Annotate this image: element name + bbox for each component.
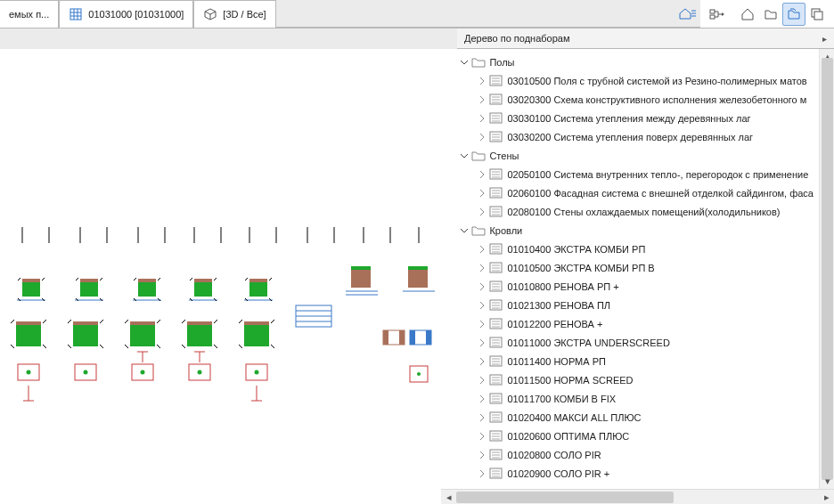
chevron-right-icon[interactable] — [477, 356, 487, 367]
tree-item[interactable]: 03010500 Поля с трубной системой из Рези… — [441, 71, 819, 90]
document-icon — [489, 262, 503, 274]
view-house-button[interactable] — [736, 3, 759, 26]
svg-rect-48 — [408, 270, 428, 288]
view-folder-button[interactable] — [759, 3, 782, 26]
document-icon — [489, 93, 503, 106]
chevron-down-icon[interactable] — [459, 57, 470, 68]
chevron-right-icon[interactable] — [477, 76, 487, 86]
tree-item-label: 01020400 МАКСИ ALL ПЛЮС — [507, 412, 641, 423]
chevron-right-icon[interactable] — [477, 412, 487, 423]
svg-point-54 — [27, 370, 31, 375]
svg-rect-26 — [22, 279, 40, 282]
chevron-right-icon[interactable] — [477, 394, 487, 404]
chevron-down-icon[interactable] — [459, 225, 470, 236]
tree-item[interactable]: 02060100 Фасадная система с внешней отде… — [441, 183, 819, 202]
chevron-right-icon[interactable] — [477, 207, 487, 217]
svg-point-83 — [417, 372, 421, 376]
tree-item-label: 01010400 ЭКСТРА КОМБИ РП — [507, 244, 645, 255]
tree-item[interactable]: 01011500 НОРМА SCREED — [441, 370, 819, 389]
tree-item[interactable]: 01011400 НОРМА РП — [441, 352, 819, 370]
tree-folder[interactable]: Полы — [441, 53, 819, 71]
tree-item[interactable]: 01020600 ОПТИМА ПЛЮС — [441, 427, 819, 445]
svg-point-60 — [84, 370, 88, 375]
structure-mode-icon — [709, 7, 725, 21]
document-icon — [489, 411, 503, 424]
scroll-left-icon[interactable]: ◂ — [441, 490, 456, 505]
svg-rect-29 — [80, 279, 98, 282]
tree-item[interactable]: 01020400 МАКСИ ALL ПЛЮС — [441, 408, 819, 427]
chevron-right-icon[interactable] — [477, 113, 487, 124]
tree-item[interactable]: 01020900 СОЛО PIR + — [441, 464, 819, 483]
folder-outline-icon — [764, 7, 778, 21]
tree-item[interactable]: 01011700 КОМБИ В FIX — [441, 389, 819, 408]
tree-item-label: 03010500 Поля с трубной системой из Рези… — [507, 76, 806, 86]
svg-rect-8 — [814, 12, 822, 20]
tree-item[interactable]: 03020300 Схема конструктивного исполнени… — [441, 90, 819, 109]
svg-point-70 — [198, 370, 202, 375]
stack-outline-icon — [810, 7, 824, 21]
document-icon — [489, 206, 503, 218]
scroll-down-icon[interactable]: ▾ — [820, 474, 834, 489]
tab-0[interactable]: емых п... — [0, 0, 59, 28]
vertical-scrollbar[interactable]: ▴ ▾ — [819, 49, 834, 489]
document-icon — [489, 318, 503, 330]
chevron-right-icon[interactable] — [477, 431, 487, 442]
tree-item-label: 01011500 НОРМА SCREED — [507, 375, 633, 386]
view-stack-button[interactable] — [805, 3, 829, 26]
chevron-right-icon[interactable] — [477, 450, 487, 460]
drawing-canvas[interactable] — [0, 49, 441, 504]
tree-item[interactable]: 02050100 Система внутренних тепло-, пере… — [441, 165, 819, 183]
chevron-right-icon[interactable] — [477, 188, 487, 199]
tab-spacer — [276, 0, 675, 28]
chevron-right-icon[interactable] — [477, 375, 487, 386]
document-icon — [489, 168, 503, 181]
tree-folder-label: Кровли — [489, 225, 522, 236]
tree-item-label: 01020800 СОЛО PIR — [507, 450, 601, 460]
tree-item[interactable]: 01021300 РЕНОВА ПЛ — [441, 296, 819, 314]
tab-label: [3D / Все] — [223, 9, 266, 20]
tree-item-label: 01011000 ЭКСТРА UNDERSCREED — [507, 337, 669, 348]
view-layers-button[interactable] — [782, 3, 805, 26]
svg-rect-37 — [249, 282, 267, 297]
scroll-thumb[interactable] — [822, 58, 833, 480]
tree-folder[interactable]: Стены — [441, 146, 819, 165]
chevron-right-icon[interactable] — [477, 94, 487, 105]
scroll-right-icon[interactable]: ▸ — [819, 490, 834, 505]
chevron-down-icon[interactable] — [459, 150, 470, 161]
panel-menu-arrow-icon[interactable]: ▸ — [822, 34, 827, 44]
tree-item[interactable]: 01011000 ЭКСТРА UNDERSCREED — [441, 333, 819, 352]
structure-mode-button[interactable] — [706, 3, 729, 26]
tree-item[interactable]: 01012200 РЕНОВА + — [441, 314, 819, 333]
chevron-right-icon[interactable] — [477, 337, 487, 348]
chevron-right-icon[interactable] — [477, 319, 487, 329]
chevron-right-icon[interactable] — [477, 300, 487, 311]
tab-label: емых п... — [9, 9, 49, 20]
tree-item[interactable]: 03030100 Система утепления между деревян… — [441, 109, 819, 127]
chevron-right-icon[interactable] — [477, 281, 487, 292]
tree-item[interactable]: 03030200 Система утепления поверх деревя… — [441, 127, 819, 146]
layers-outline-icon — [787, 7, 801, 21]
tree-item[interactable]: 01010500 ЭКСТРА КОМБИ РП В — [441, 258, 819, 277]
svg-rect-0 — [70, 9, 81, 20]
tree-item[interactable]: 01020800 СОЛО PIR — [441, 445, 819, 464]
horizontal-scrollbar[interactable]: ◂ ▸ — [441, 489, 834, 504]
tree-item[interactable]: 02080100 Стены охлаждаемых помещений(хол… — [441, 202, 819, 221]
tree-folder[interactable]: Кровли — [441, 221, 819, 240]
tab-1[interactable]: 01031000 [01031000] — [59, 0, 193, 28]
tab-2[interactable]: [3D / Все] — [193, 0, 275, 28]
panel-header: Дерево по поднаборам ▸ — [457, 28, 834, 49]
chevron-right-icon[interactable] — [477, 132, 487, 142]
chevron-right-icon[interactable] — [477, 244, 487, 255]
tree-item[interactable]: 01010400 ЭКСТРА КОМБИ РП — [441, 240, 819, 258]
svg-rect-5 — [710, 10, 715, 13]
svg-rect-32 — [138, 279, 156, 282]
tree-item-label: 01010800 РЕНОВА РП + — [507, 281, 618, 292]
chevron-right-icon[interactable] — [477, 263, 487, 273]
tree-item-label: 03030200 Система утепления поверх деревя… — [507, 132, 753, 142]
chevron-right-icon[interactable] — [477, 468, 487, 479]
tree-item[interactable]: 01010800 РЕНОВА РП + — [441, 277, 819, 296]
scroll-hthumb[interactable] — [456, 492, 674, 503]
chevron-right-icon[interactable] — [477, 169, 487, 180]
house-split-icon[interactable] — [675, 0, 700, 28]
svg-rect-74 — [244, 325, 269, 346]
